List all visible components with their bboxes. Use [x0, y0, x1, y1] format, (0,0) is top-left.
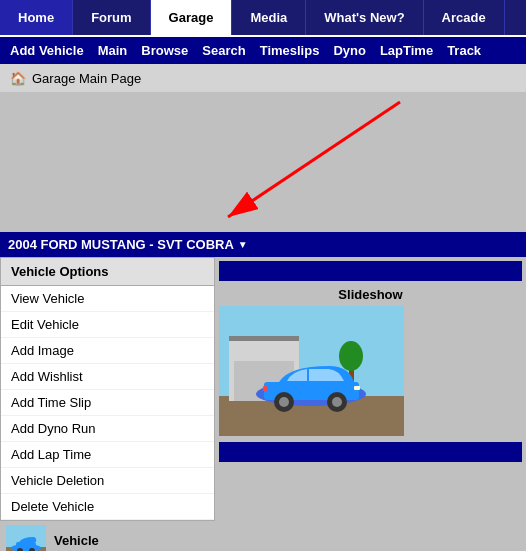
- blue-bar-bottom: [219, 442, 522, 462]
- nav-search[interactable]: Search: [198, 41, 249, 60]
- svg-point-12: [279, 397, 289, 407]
- vehicle-header[interactable]: 2004 FORD MUSTANG - SVT COBRA ▼: [0, 232, 526, 257]
- car-image: [219, 306, 404, 436]
- nav-main[interactable]: Main: [94, 41, 132, 60]
- dropdown-menu-header: Vehicle Options: [1, 258, 214, 286]
- menu-item-add-wishlist[interactable]: Add Wishlist: [1, 364, 214, 390]
- nav-whats-new[interactable]: What's New?: [306, 0, 423, 35]
- menu-item-add-lap-time[interactable]: Add Lap Time: [1, 442, 214, 468]
- svg-point-14: [332, 397, 342, 407]
- nav-home[interactable]: Home: [0, 0, 73, 35]
- nav-forum[interactable]: Forum: [73, 0, 150, 35]
- bottom-vehicle-label: Vehicle: [54, 533, 99, 548]
- home-icon[interactable]: 🏠: [10, 70, 26, 86]
- nav-garage[interactable]: Garage: [151, 0, 233, 35]
- nav-add-vehicle[interactable]: Add Vehicle: [6, 41, 88, 60]
- svg-rect-5: [229, 336, 299, 341]
- nav-media[interactable]: Media: [232, 0, 306, 35]
- nav-dyno[interactable]: Dyno: [329, 41, 370, 60]
- slideshow-container: Slideshow: [219, 287, 522, 436]
- svg-line-1: [228, 102, 400, 217]
- dropdown-column: Vehicle Options View Vehicle Edit Vehicl…: [0, 257, 215, 521]
- svg-rect-15: [354, 386, 360, 390]
- breadcrumb-text: Garage Main Page: [32, 71, 141, 86]
- bottom-thumbnail: [6, 525, 46, 551]
- arrow-area: [0, 92, 526, 232]
- dropdown-arrow-icon: ▼: [238, 239, 248, 250]
- nav-track[interactable]: Track: [443, 41, 485, 60]
- breadcrumb: 🏠 Garage Main Page: [0, 64, 526, 92]
- menu-item-delete-vehicle[interactable]: Delete Vehicle: [1, 494, 214, 520]
- nav-browse[interactable]: Browse: [137, 41, 192, 60]
- svg-point-8: [339, 341, 363, 371]
- top-nav: Home Forum Garage Media What's New? Arca…: [0, 0, 526, 37]
- second-nav: Add Vehicle Main Browse Search Timeslips…: [0, 37, 526, 64]
- main-content: 2004 FORD MUSTANG - SVT COBRA ▼ Vehicle …: [0, 92, 526, 551]
- vehicle-title: 2004 FORD MUSTANG - SVT COBRA: [8, 237, 234, 252]
- right-column: Slideshow: [215, 257, 526, 521]
- slideshow-label: Slideshow: [219, 287, 522, 302]
- content-area: Vehicle Options View Vehicle Edit Vehicl…: [0, 257, 526, 521]
- menu-item-vehicle-deletion[interactable]: Vehicle Deletion: [1, 468, 214, 494]
- nav-timeslips[interactable]: Timeslips: [256, 41, 324, 60]
- nav-laptime[interactable]: LapTime: [376, 41, 437, 60]
- svg-rect-16: [263, 386, 267, 391]
- menu-item-view-vehicle[interactable]: View Vehicle: [1, 286, 214, 312]
- dropdown-menu: Vehicle Options View Vehicle Edit Vehicl…: [0, 257, 215, 521]
- red-arrow: [0, 92, 526, 232]
- nav-arcade[interactable]: Arcade: [424, 0, 505, 35]
- menu-item-add-time-slip[interactable]: Add Time Slip: [1, 390, 214, 416]
- menu-item-add-image[interactable]: Add Image: [1, 338, 214, 364]
- bottom-strip: Vehicle: [0, 521, 526, 551]
- menu-item-add-dyno-run[interactable]: Add Dyno Run: [1, 416, 214, 442]
- blue-bar-top: [219, 261, 522, 281]
- menu-item-edit-vehicle[interactable]: Edit Vehicle: [1, 312, 214, 338]
